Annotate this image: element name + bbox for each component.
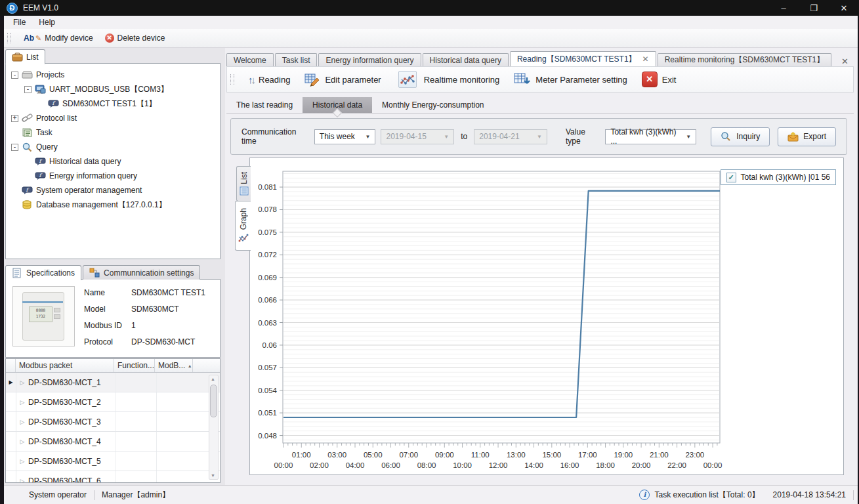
menu-file[interactable]: File (7, 16, 32, 28)
tab-the-last-reading[interactable]: The last reading (226, 97, 303, 113)
svg-text:15:00: 15:00 (542, 451, 561, 459)
tab-reading[interactable]: Reading【SDM630MCT TEST1】✕ (510, 51, 656, 66)
realtime-monitoring-button[interactable]: Realtime monitoring (388, 68, 507, 91)
historical-data-chart[interactable]: 0.0480.0510.0540.0570.060.0630.0660.0690… (250, 158, 842, 473)
tab-historical-data[interactable]: Historical data (303, 97, 372, 113)
modify-device-button[interactable]: Ab✎ Modify device (18, 32, 99, 45)
tab-chart-list-view[interactable]: List (236, 166, 251, 201)
field-label: Name (84, 288, 131, 297)
minimize-button[interactable]: – (768, 0, 799, 16)
row-expand-icon[interactable]: ▷ (16, 458, 28, 465)
tree-item-protocol-list[interactable]: + Protocol list (6, 111, 220, 125)
main-area: List - Projects - UART_MODBUS_USB【COM3】 … (4, 48, 858, 485)
status-timestamp: 2019-04-18 13:54:21 (773, 490, 846, 499)
row-expand-icon[interactable]: ▷ (16, 438, 28, 445)
meter-parameter-setting-button[interactable]: Meter Parameter setting (507, 70, 634, 89)
tree-item-query[interactable]: - Query (6, 140, 220, 154)
table-row[interactable]: ▷ DP-SDM630-MCT_3 (6, 412, 220, 432)
tab-task-list[interactable]: Task list (275, 53, 318, 66)
value-type-select[interactable]: Total kwh (3)(kWh) ...▼ (605, 129, 696, 144)
tab-historical-data-query[interactable]: Historical data query (423, 53, 509, 66)
time-preset-select[interactable]: This week▼ (314, 129, 376, 144)
tab-close-icon[interactable]: ✕ (642, 54, 649, 64)
edit-parameter-button[interactable]: Edit parameter (297, 70, 388, 89)
collapse-icon[interactable]: - (24, 86, 31, 93)
tree-item-sdm630mct-test1[interactable]: f SDM630MCT TEST1【1】 (6, 96, 220, 111)
reading-icon: ↑↓ (248, 74, 254, 85)
tab-welcome[interactable]: Welcome (226, 53, 274, 66)
delete-device-button[interactable]: ✕ Delete device (99, 32, 171, 45)
meter-icon: f (48, 98, 59, 109)
row-expand-icon[interactable]: ▷ (16, 379, 28, 386)
list-view-icon (240, 186, 249, 196)
device-image: 88881732 (12, 286, 75, 346)
table-scrollbar[interactable]: ▲ ▼ (209, 375, 219, 480)
svg-text:05:00: 05:00 (364, 451, 383, 459)
svg-text:10:00: 10:00 (453, 461, 472, 469)
svg-text:0.081: 0.081 (258, 183, 277, 191)
table-row[interactable]: ▷ DP-SDM630-MCT_6 (6, 471, 220, 483)
tree-item-projects[interactable]: - Projects (6, 68, 220, 82)
column-function[interactable]: Function... (114, 359, 155, 372)
inquiry-button[interactable]: Inquiry (711, 127, 770, 146)
tree-item-database-management[interactable]: Database management【127.0.0.1】 (6, 198, 220, 212)
chevron-down-icon: ▼ (537, 134, 542, 140)
tabstrip-close-icon[interactable]: ✕ (836, 56, 854, 66)
svg-text:20:00: 20:00 (632, 461, 651, 469)
row-expand-icon[interactable]: ▷ (16, 399, 28, 406)
collapse-icon[interactable]: - (11, 72, 18, 79)
table-header[interactable]: Modbus packet Function... ModB... ▲ (6, 359, 220, 373)
row-expand-icon[interactable]: ▷ (16, 478, 28, 484)
column-modbus[interactable]: ModB... ▲ (155, 359, 193, 372)
tab-list[interactable]: List (5, 49, 45, 64)
tab-realtime-monitoring[interactable]: Realtime monitoring【SDM630MCT TEST1】 (658, 53, 832, 66)
tree-item-task[interactable]: Task (6, 125, 220, 140)
status-bar: System operator Manager【admin】 i Task ex… (4, 485, 858, 504)
menu-help[interactable]: Help (32, 16, 62, 28)
close-button[interactable]: ✕ (829, 0, 859, 16)
scroll-down-icon[interactable]: ▼ (209, 473, 217, 478)
row-expand-icon[interactable]: ▷ (16, 419, 28, 425)
reading-button[interactable]: ↑↓ Reading (241, 72, 297, 88)
specifications-icon (12, 268, 23, 278)
restore-button[interactable]: ❐ (799, 0, 829, 16)
expand-icon[interactable]: + (11, 115, 18, 122)
tab-monthly-energy-consumption[interactable]: Monthly Energy-consumption (372, 97, 493, 113)
exit-button[interactable]: ✕ Exit (635, 69, 684, 90)
toolbar-grip[interactable] (230, 74, 234, 85)
meter-icon: f (35, 171, 46, 181)
status-task-execution[interactable]: Task execution list【Total: 0】 (654, 490, 759, 501)
table-row[interactable]: ▷ DP-SDM630-MCT_4 (6, 432, 220, 452)
legend-label: Total kwh (3)(kWh) |01 56 (741, 173, 831, 182)
modify-device-icon: Ab (24, 33, 34, 43)
meter-icon: f (22, 185, 33, 196)
tab-energy-information-query[interactable]: Energy information query (318, 53, 421, 66)
tree-item-system-operator-management[interactable]: f System operator management (6, 183, 220, 198)
toolbar-grip[interactable] (7, 33, 11, 43)
sort-ascending-icon: ▲ (188, 364, 192, 368)
date-from-select[interactable]: 2019-04-15▼ (381, 129, 454, 144)
protocol-icon (22, 113, 33, 123)
column-modbus-packet[interactable]: Modbus packet (16, 359, 114, 372)
scrollbar-thumb[interactable] (210, 385, 217, 417)
specifications-panel: 88881732 NameSDM630MCT TEST1 ModelSDM630… (5, 279, 220, 358)
svg-text:0.066: 0.066 (258, 296, 277, 304)
field-value: SDM630MCT TEST1 (131, 288, 205, 297)
svg-text:22:00: 22:00 (667, 461, 686, 469)
tab-specifications[interactable]: Specifications (5, 265, 81, 280)
collapse-icon[interactable]: - (11, 144, 18, 151)
scroll-up-icon[interactable]: ▲ (209, 377, 217, 381)
tree-item-energy-information-query[interactable]: f Energy information query (6, 169, 220, 183)
table-row[interactable]: ▶ ▷ DP-SDM630-MCT_1 (6, 373, 220, 392)
field-label: Model (84, 304, 131, 314)
table-row[interactable]: ▷ DP-SDM630-MCT_5 (6, 452, 220, 471)
tree-item-historical-data-query[interactable]: f Historical data query (6, 154, 220, 169)
date-to-select[interactable]: 2019-04-21▼ (474, 129, 547, 144)
export-button[interactable]: Export (778, 127, 836, 146)
legend-checkbox[interactable]: ✓ (726, 173, 736, 182)
table-row[interactable]: ▷ DP-SDM630-MCT_2 (6, 392, 220, 412)
document-toolbar: ↑↓ Reading Edit parameter Realtime monit… (226, 66, 854, 93)
tab-communication-settings[interactable]: Communnicatioin settings (83, 265, 200, 280)
tree-item-uart-modbus-usb[interactable]: - UART_MODBUS_USB【COM3】 (6, 82, 220, 96)
tab-chart-graph-view[interactable]: Graph (235, 201, 251, 251)
